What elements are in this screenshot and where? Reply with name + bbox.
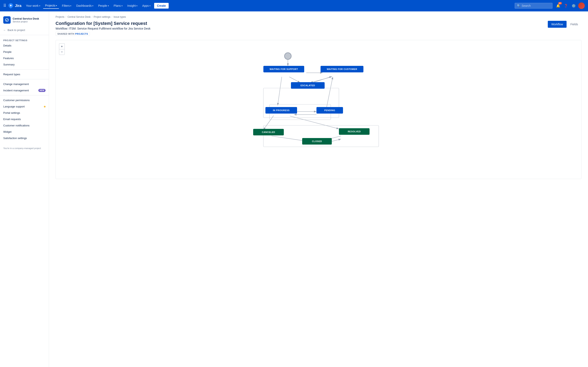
chevron-icon: ▾ <box>108 5 109 7</box>
sidebar-item-language-support[interactable]: Language support <box>0 103 49 110</box>
sidebar-item-email-requests[interactable]: Email requests <box>0 116 49 122</box>
sidebar-item-summary[interactable]: Summary <box>0 61 49 68</box>
search-icon: 🔍 <box>517 4 520 7</box>
chevron-icon: ▾ <box>136 5 138 7</box>
nav-filters[interactable]: Filters ▾ <box>60 3 73 8</box>
tab-fields[interactable]: Fields <box>567 21 581 28</box>
chevron-icon: ▾ <box>56 4 57 7</box>
help-button[interactable]: ❓ <box>563 2 569 9</box>
nav-projects[interactable]: Projects ▾ <box>43 3 59 9</box>
sidebar: Central Service Desk Service project ← B… <box>0 11 49 367</box>
sidebar-item-change-management[interactable]: Change management <box>0 81 49 87</box>
search-bar[interactable]: 🔍 <box>515 3 553 8</box>
sidebar-item-incident-management[interactable]: Incident management NEW <box>0 87 49 94</box>
svg-line-5 <box>310 77 332 83</box>
new-badge: NEW <box>38 89 45 92</box>
chevron-icon: ▾ <box>70 5 71 7</box>
sidebar-item-satisfaction-settings[interactable]: Satisfaction settings <box>0 135 49 141</box>
svg-line-10 <box>327 77 333 107</box>
logo[interactable]: Jira <box>8 3 21 8</box>
node-resolved[interactable]: RESOLVED <box>339 128 370 135</box>
node-in-progress[interactable]: IN PROGRESS <box>265 107 297 114</box>
avatar[interactable] <box>578 2 585 9</box>
node-closed[interactable]: CLOSED <box>302 138 332 145</box>
topnav-icons: 🔔 9+ ❓ ⚙️ <box>555 2 585 9</box>
start-node <box>284 52 292 60</box>
project-type: Service project <box>13 20 39 23</box>
logo-text: Jira <box>15 4 21 8</box>
shared-badge: SHARED WITH PROJECTS <box>56 32 90 36</box>
svg-point-0 <box>5 18 9 22</box>
nav-dashboards[interactable]: Dashboards ▾ <box>74 3 95 8</box>
breadcrumb: Projects / Central Service Desk / Projec… <box>56 16 581 18</box>
sidebar-item-features[interactable]: Features <box>0 55 49 61</box>
back-icon: ← <box>3 29 6 32</box>
create-button[interactable]: Create <box>154 3 169 8</box>
workflow-canvas: + − <box>56 40 581 179</box>
page-subtitle: Workflow: ITSM: Service Request Fulfilme… <box>56 27 150 30</box>
nav-plans[interactable]: Plans ▾ <box>112 3 125 8</box>
nav-apps[interactable]: Apps ▾ <box>140 3 153 8</box>
avatar-image <box>578 2 585 9</box>
sidebar-item-request-types[interactable]: Request types <box>0 71 49 77</box>
header-tabs: Workflow Fields <box>548 21 581 28</box>
sidebar-item-customer-notifications[interactable]: Customer notifications <box>0 122 49 129</box>
workflow-diagram: WAITING FOR SUPPORT WAITING FOR CUSTOMER… <box>247 52 390 167</box>
breadcrumb-issue-types[interactable]: Issue types <box>113 16 126 18</box>
chevron-icon: ▾ <box>149 5 150 7</box>
svg-line-13 <box>272 136 306 141</box>
node-escalated[interactable]: ESCALATED <box>291 82 325 89</box>
zoom-controls: + − <box>59 43 65 55</box>
jira-logo-icon <box>8 3 14 8</box>
chevron-icon: ▾ <box>92 5 93 7</box>
sidebar-footer: You're in a company-managed project <box>0 145 49 152</box>
page-title: Configuration for [System] Service reque… <box>56 21 150 26</box>
node-waiting-customer[interactable]: WAITING FOR CUSTOMER <box>320 66 363 72</box>
zoom-out-button[interactable]: − <box>59 49 65 55</box>
svg-line-4 <box>289 77 300 83</box>
sidebar-item-portal-settings[interactable]: Portal settings <box>0 110 49 116</box>
tab-workflow[interactable]: Workflow <box>548 21 566 28</box>
node-canceled[interactable]: CANCELED <box>253 129 284 135</box>
breadcrumb-central-service-desk[interactable]: Central Service Desk <box>68 16 91 18</box>
chevron-icon: ▾ <box>39 5 40 7</box>
main-content: Projects / Central Service Desk / Projec… <box>49 11 588 367</box>
svg-line-11 <box>263 116 274 130</box>
project-name: Central Service Desk <box>13 17 39 21</box>
zoom-in-button[interactable]: + <box>59 43 65 49</box>
chevron-icon: ▾ <box>121 5 122 7</box>
notification-badge: 9+ <box>558 2 562 4</box>
layout: Central Service Desk Service project ← B… <box>0 11 588 367</box>
sidebar-item-widget[interactable]: Widget <box>0 129 49 135</box>
node-waiting-support[interactable]: WAITING FOR SUPPORT <box>263 66 304 72</box>
node-pending[interactable]: PENDING <box>316 107 343 114</box>
project-icon <box>3 16 11 24</box>
nav-people[interactable]: People ▾ <box>96 3 111 8</box>
svg-line-12 <box>290 116 339 129</box>
nav-your-work[interactable]: Your work ▾ <box>24 3 42 8</box>
settings-button[interactable]: ⚙️ <box>571 2 577 9</box>
notifications-button[interactable]: 🔔 9+ <box>555 2 562 9</box>
breadcrumb-project-settings[interactable]: Project settings <box>94 16 111 18</box>
sidebar-item-people[interactable]: People <box>0 49 49 55</box>
grid-icon[interactable]: ⠿ <box>3 3 6 8</box>
nav-insight[interactable]: Insight ▾ <box>125 3 139 8</box>
dot-indicator <box>44 106 45 108</box>
sidebar-item-details[interactable]: Details <box>0 42 49 49</box>
search-input[interactable] <box>522 4 550 7</box>
shared-projects-link[interactable]: PROJECTS <box>75 33 88 35</box>
sidebar-item-customer-permissions[interactable]: Customer permissions <box>0 97 49 103</box>
topnav: ⠿ Jira Your work ▾ Projects ▾ Filters ▾ … <box>0 0 588 11</box>
page-header: Configuration for [System] Service reque… <box>56 21 581 36</box>
sidebar-section-label: Project settings <box>0 37 49 42</box>
breadcrumb-projects[interactable]: Projects <box>56 16 64 18</box>
sidebar-project: Central Service Desk Service project <box>0 15 49 27</box>
svg-line-7 <box>278 77 282 105</box>
back-to-project[interactable]: ← Back to project <box>0 27 49 33</box>
